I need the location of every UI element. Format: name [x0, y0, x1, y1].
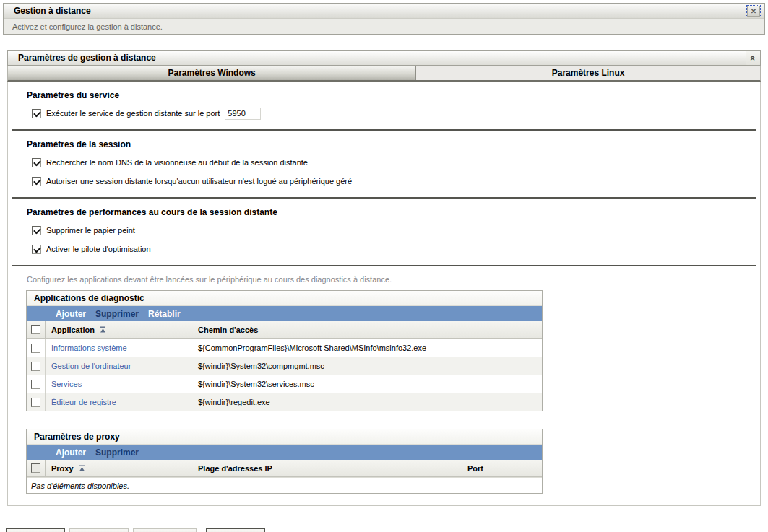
sort-ascending-icon[interactable] — [100, 326, 106, 333]
panel-header: Paramètres de gestion à distance « — [7, 50, 761, 66]
close-button[interactable]: ✕ — [747, 6, 760, 17]
port-input[interactable] — [225, 108, 261, 120]
proxy-table-title: Paramètres de proxy — [27, 429, 542, 445]
close-icon: ✕ — [751, 7, 756, 15]
diagnostic-table-toolbar: Ajouter Supprimer Rétablir — [27, 306, 542, 321]
reset-button[interactable]: Réinitialiser — [133, 528, 197, 532]
section-divider — [12, 197, 756, 199]
run-service-label: Exécuter le service de gestion distante … — [46, 109, 220, 118]
suppress-wallpaper-row: Supprimer le papier peint — [32, 224, 760, 237]
section-divider — [12, 265, 756, 266]
remote-management-panel: Paramètres de gestion à distance « Param… — [7, 50, 761, 506]
optimization-driver-checkbox[interactable] — [32, 245, 41, 254]
row-select-checkbox[interactable] — [31, 398, 40, 407]
column-header-port: Port — [467, 464, 542, 473]
suppress-wallpaper-checkbox[interactable] — [32, 226, 41, 235]
application-link[interactable]: Éditeur de registre — [51, 398, 116, 406]
collapse-button[interactable]: « — [746, 51, 760, 65]
select-all-checkbox[interactable] — [31, 463, 40, 473]
delete-proxy-button[interactable]: Supprimer — [95, 448, 139, 458]
table-row: Services ${windir}\System32\services.msc — [27, 375, 542, 393]
ok-button[interactable]: OK — [6, 528, 65, 532]
section-divider — [12, 129, 756, 131]
allow-session-row: Autoriser une session distante lorsqu'au… — [32, 175, 760, 188]
tab-bar: Paramètres Windows Paramètres Linux — [7, 66, 761, 82]
footer-button-bar: OK Appliquer Réinitialiser Annuler — [6, 528, 768, 532]
session-section-heading: Paramètres de la session — [27, 139, 760, 149]
sort-ascending-icon[interactable] — [79, 465, 85, 471]
diagnostic-applications-table: Applications de diagnostic Ajouter Suppr… — [26, 290, 543, 411]
performance-section-heading: Paramètres de performances au cours de l… — [27, 207, 760, 217]
diagnostics-note: Configurez les applications devant être … — [27, 275, 760, 284]
column-header-ip-range: Plage d'adresses IP — [197, 464, 467, 473]
page-titlebar: Gestion à distance ✕ — [4, 4, 764, 19]
allow-session-checkbox[interactable] — [32, 177, 41, 186]
column-header-application[interactable]: Application — [51, 326, 95, 334]
dns-lookup-checkbox[interactable] — [32, 158, 41, 167]
allow-session-label: Autoriser une session distante lorsqu'au… — [46, 177, 352, 186]
cancel-button[interactable]: Annuler — [206, 528, 265, 532]
page-title: Gestion à distance — [14, 6, 91, 16]
add-application-button[interactable]: Ajouter — [56, 309, 86, 319]
apply-button[interactable]: Appliquer — [69, 528, 129, 532]
column-header-path: Chemin d'accès — [197, 326, 542, 334]
application-path: ${windir}\System32\services.msc — [197, 380, 542, 388]
application-path: ${windir}\System32\compmgmt.msc — [197, 362, 542, 370]
page-subtitle: Activez et configurez la gestion à dista… — [4, 19, 764, 34]
spacer — [8, 411, 760, 429]
table-row: Informations système ${CommonProgramFile… — [27, 339, 542, 357]
dns-lookup-row: Rechercher le nom DNS de la visionneuse … — [32, 156, 760, 169]
table-row: Gestion de l'ordinateur ${windir}\System… — [27, 357, 542, 375]
optimization-driver-row: Activer le pilote d'optimisation — [32, 243, 760, 256]
empty-table-message: Pas d'éléments disponibles. — [27, 477, 542, 493]
table-row: Éditeur de registre ${windir}\regedit.ex… — [27, 393, 542, 411]
page-header: Gestion à distance ✕ Activez et configur… — [3, 3, 765, 35]
panel-body: Paramètres du service Exécuter le servic… — [7, 82, 761, 506]
optimization-driver-label: Activer le pilote d'optimisation — [46, 245, 151, 253]
diagnostic-table-header: Application Chemin d'accès — [27, 321, 542, 339]
service-section-heading: Paramètres du service — [27, 90, 760, 100]
tab-parametres-linux[interactable]: Paramètres Linux — [415, 66, 760, 80]
proxy-settings-table: Paramètres de proxy Ajouter Supprimer Pr… — [26, 429, 543, 494]
application-path: ${windir}\regedit.exe — [197, 398, 542, 406]
application-link[interactable]: Services — [51, 380, 82, 388]
diagnostic-table-title: Applications de diagnostic — [27, 291, 542, 306]
suppress-wallpaper-label: Supprimer le papier peint — [46, 226, 135, 235]
application-path: ${CommonProgramFiles}\Microsoft Shared\M… — [197, 344, 542, 352]
row-select-checkbox[interactable] — [31, 362, 40, 371]
application-link[interactable]: Informations système — [51, 344, 127, 352]
run-service-checkbox[interactable] — [32, 109, 41, 118]
row-select-checkbox[interactable] — [31, 344, 40, 353]
column-header-proxy[interactable]: Proxy — [51, 464, 74, 473]
add-proxy-button[interactable]: Ajouter — [56, 448, 86, 458]
delete-application-button[interactable]: Supprimer — [95, 309, 139, 319]
row-select-checkbox[interactable] — [31, 380, 40, 389]
dns-lookup-label: Rechercher le nom DNS de la visionneuse … — [46, 158, 308, 167]
panel-title: Paramètres de gestion à distance — [18, 53, 156, 63]
select-all-checkbox[interactable] — [31, 325, 40, 334]
tab-parametres-windows[interactable]: Paramètres Windows — [8, 66, 415, 80]
proxy-table-header: Proxy Plage d'adresses IP Port — [27, 460, 542, 477]
restore-application-button[interactable]: Rétablir — [148, 309, 181, 319]
proxy-table-toolbar: Ajouter Supprimer — [27, 445, 542, 460]
chevron-double-up-icon: « — [748, 55, 758, 60]
run-service-row: Exécuter le service de gestion distante … — [32, 107, 760, 120]
application-link[interactable]: Gestion de l'ordinateur — [51, 362, 131, 370]
